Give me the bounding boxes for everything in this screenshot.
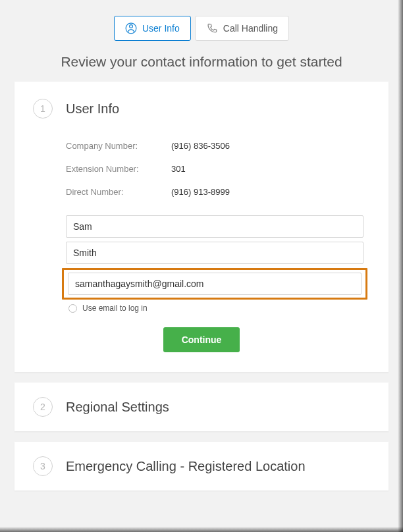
row-company-number: Company Number: (916) 836-3506 [66,134,370,157]
label-direct-number: Direct Number: [66,187,171,197]
tab-call-handling[interactable]: Call Handling [195,16,289,41]
tab-user-info-label: User Info [142,23,180,34]
use-email-radio-row[interactable]: Use email to log in [68,304,363,313]
card-title-regional-settings: Regional Settings [66,400,169,415]
first-name-input[interactable] [66,215,363,238]
radio-icon [68,304,77,313]
card-header-user-info: 1 User Info [33,99,370,119]
value-direct-number: (916) 913-8999 [171,187,230,197]
label-extension-number: Extension Number: [66,164,171,174]
continue-button[interactable]: Continue [163,327,240,352]
step-number-3: 3 [33,456,53,476]
card-title-user-info: User Info [66,101,119,117]
page-heading: Review your contact information to get s… [14,54,389,70]
row-extension-number: Extension Number: 301 [66,157,370,180]
form-section: Use email to log in [66,215,363,313]
phone-icon [206,22,218,34]
bottom-shadow [0,527,403,532]
tab-user-info[interactable]: User Info [114,16,191,41]
card-title-emergency-calling: Emergency Calling - Registered Location [66,459,306,474]
tab-call-handling-label: Call Handling [223,23,278,34]
email-input[interactable] [68,273,362,295]
value-company-number: (916) 836-3506 [171,141,230,151]
email-highlight-box [62,268,367,300]
use-email-radio-label: Use email to log in [82,304,148,313]
card-regional-settings[interactable]: 2 Regional Settings [14,383,389,431]
card-emergency-calling[interactable]: 3 Emergency Calling - Registered Locatio… [14,442,389,491]
card-user-info: 1 User Info Company Number: (916) 836-35… [14,82,389,372]
user-icon [125,22,137,34]
last-name-input[interactable] [66,242,363,264]
label-company-number: Company Number: [66,141,171,151]
info-table: Company Number: (916) 836-3506 Extension… [66,134,370,203]
step-number-1: 1 [33,99,53,119]
tabs-row: User Info Call Handling [14,16,389,41]
step-number-2: 2 [33,397,53,417]
value-extension-number: 301 [171,164,186,174]
svg-point-0 [130,25,133,28]
row-direct-number: Direct Number: (916) 913-8999 [66,180,370,203]
button-row: Continue [33,327,370,352]
